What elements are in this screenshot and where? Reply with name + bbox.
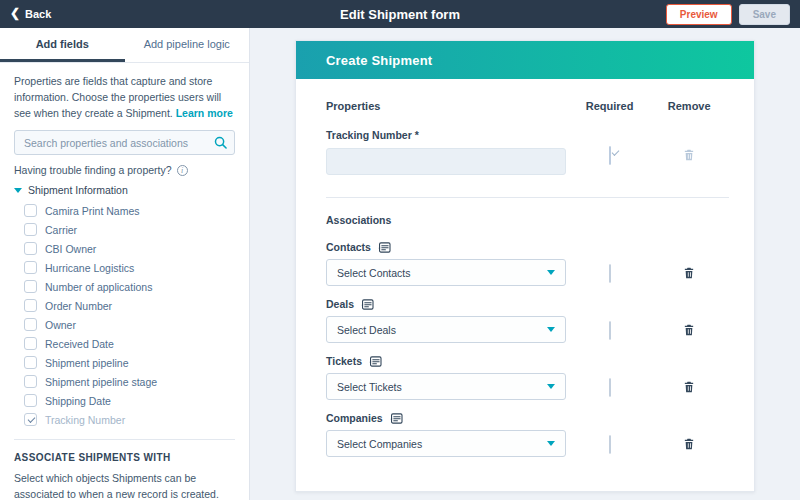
association-select[interactable]: Select Companies: [326, 430, 566, 457]
sidebar-description: Properties are fields that capture and s…: [14, 74, 235, 121]
association-label: Contacts: [326, 241, 371, 253]
column-headers: Properties Required Remove: [326, 100, 729, 112]
tab-add-pipeline-logic[interactable]: Add pipeline logic: [125, 28, 250, 62]
property-checkbox[interactable]: [24, 242, 37, 255]
trash-icon[interactable]: [684, 267, 694, 279]
column-properties: Properties: [326, 100, 570, 112]
property-list-item: Hurricane Logistics: [14, 258, 235, 277]
property-checkbox[interactable]: [24, 337, 37, 350]
required-checkbox[interactable]: [609, 435, 611, 454]
property-label: Owner: [45, 319, 76, 331]
property-list-item: Camira Print Names: [14, 201, 235, 220]
back-button[interactable]: ❮ Back: [10, 8, 51, 20]
form-preview-area: Create Shipment Properties Required Remo…: [250, 28, 800, 500]
association-label: Companies: [326, 412, 383, 424]
field-label: Tracking Number *: [326, 129, 570, 141]
property-label: Shipping Date: [45, 395, 111, 407]
property-label: Shipment pipeline stage: [45, 376, 157, 388]
property-checkbox[interactable]: [24, 413, 37, 426]
trash-icon[interactable]: [684, 381, 694, 393]
topbar-actions: Preview Save: [666, 4, 790, 25]
property-list-item: Shipping Date: [14, 391, 235, 410]
trouble-text: Having trouble finding a property?: [14, 164, 172, 176]
association-row: Deals Select Deals: [326, 298, 729, 343]
save-button[interactable]: Save: [739, 4, 790, 25]
association-select-value: Select Tickets: [337, 381, 402, 393]
search-wrap: [14, 130, 235, 155]
preview-button[interactable]: Preview: [666, 4, 732, 25]
learn-more-link[interactable]: Learn more: [176, 107, 233, 119]
property-label: Order Number: [45, 300, 112, 312]
property-checkbox[interactable]: [24, 299, 37, 312]
edit-association-icon[interactable]: [369, 356, 382, 367]
property-label: Shipment pipeline: [45, 357, 128, 369]
property-checkbox[interactable]: [24, 394, 37, 407]
field-row-tracking-number: Tracking Number *: [326, 129, 729, 175]
trash-icon[interactable]: [684, 438, 694, 450]
chevron-left-icon: ❮: [10, 7, 20, 19]
association-select-value: Select Deals: [337, 324, 396, 336]
associate-shipments-description: Select which objects Shipments can be as…: [14, 471, 235, 500]
section-divider: [326, 197, 729, 198]
chevron-down-icon: [547, 270, 555, 275]
property-group-shipment-information[interactable]: Shipment Information: [14, 184, 235, 196]
required-checkbox[interactable]: [609, 264, 611, 283]
required-checkbox[interactable]: [609, 321, 611, 340]
back-label: Back: [25, 8, 51, 20]
property-list-item: Shipment pipeline: [14, 353, 235, 372]
property-checkbox[interactable]: [24, 318, 37, 331]
association-select[interactable]: Select Contacts: [326, 259, 566, 286]
property-label: CBI Owner: [45, 243, 96, 255]
association-select[interactable]: Select Deals: [326, 316, 566, 343]
column-remove: Remove: [649, 100, 729, 112]
create-shipment-card: Create Shipment Properties Required Remo…: [295, 40, 755, 492]
property-checkbox[interactable]: [24, 280, 37, 293]
associate-shipments-heading: ASSOCIATE SHIPMENTS WITH: [14, 452, 235, 463]
sidebar-tabs: Add fields Add pipeline logic: [0, 28, 249, 63]
chevron-down-icon: [547, 441, 555, 446]
association-select-value: Select Contacts: [337, 267, 411, 279]
property-label: Camira Print Names: [45, 205, 140, 217]
property-checkbox[interactable]: [24, 375, 37, 388]
property-label: Number of applications: [45, 281, 152, 293]
property-list-item: Number of applications: [14, 277, 235, 296]
required-checkbox[interactable]: [609, 378, 611, 397]
property-label: Received Date: [45, 338, 114, 350]
edit-association-icon[interactable]: [378, 242, 391, 253]
chevron-down-icon: [14, 188, 22, 193]
chevron-down-icon: [547, 384, 555, 389]
trouble-finding-property: Having trouble finding a property? i: [14, 164, 235, 176]
property-checkbox[interactable]: [24, 261, 37, 274]
associations-list: Contacts Select Contacts: [326, 241, 729, 457]
property-label: Carrier: [45, 224, 77, 236]
form-title: Create Shipment: [326, 53, 432, 68]
property-list-item: Shipment pipeline stage: [14, 372, 235, 391]
property-checkbox[interactable]: [24, 204, 37, 217]
required-checkbox[interactable]: [609, 146, 611, 165]
property-list-item: Order Number: [14, 296, 235, 315]
association-row: Contacts Select Contacts: [326, 241, 729, 286]
search-input[interactable]: [14, 130, 235, 155]
sidebar-divider: [14, 439, 235, 440]
tab-add-fields[interactable]: Add fields: [0, 28, 125, 62]
associations-heading: Associations: [326, 214, 729, 226]
association-select-value: Select Companies: [337, 438, 422, 450]
association-select[interactable]: Select Tickets: [326, 373, 566, 400]
property-checkbox[interactable]: [24, 223, 37, 236]
chevron-down-icon: [547, 327, 555, 332]
edit-association-icon[interactable]: [390, 413, 403, 424]
trash-icon[interactable]: [684, 324, 694, 336]
property-label: Tracking Number: [45, 414, 125, 426]
form-header: Create Shipment: [296, 41, 754, 79]
tracking-number-input[interactable]: [326, 148, 566, 175]
property-list-item: Received Date: [14, 334, 235, 353]
trash-icon[interactable]: [684, 149, 694, 161]
info-icon[interactable]: i: [177, 165, 188, 176]
property-group-label: Shipment Information: [28, 184, 128, 196]
property-checkbox[interactable]: [24, 356, 37, 369]
column-required: Required: [570, 100, 650, 112]
edit-association-icon[interactable]: [361, 299, 374, 310]
property-list-item: Owner: [14, 315, 235, 334]
association-label: Tickets: [326, 355, 362, 367]
property-list-item: Tracking Number: [14, 410, 235, 429]
